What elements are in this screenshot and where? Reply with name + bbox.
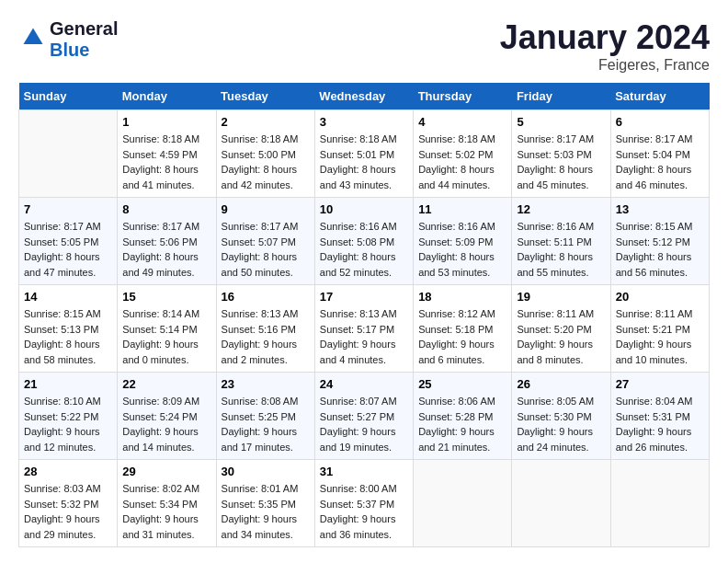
day-number: 2 (222, 115, 310, 129)
calendar-cell: 15Sunrise: 8:14 AMSunset: 5:14 PMDayligh… (118, 285, 216, 373)
location: Feigeres, France (500, 57, 710, 74)
day-info: Sunrise: 8:07 AMSunset: 5:27 PMDaylight:… (320, 394, 408, 454)
day-info: Sunrise: 8:08 AMSunset: 5:25 PMDaylight:… (222, 394, 310, 454)
calendar-cell: 20Sunrise: 8:11 AMSunset: 5:21 PMDayligh… (610, 285, 709, 373)
calendar-cell: 18Sunrise: 8:12 AMSunset: 5:18 PMDayligh… (414, 285, 512, 373)
day-number: 27 (616, 377, 704, 391)
calendar-cell (19, 110, 118, 198)
week-row-2: 7Sunrise: 8:17 AMSunset: 5:05 PMDaylight… (19, 198, 710, 285)
day-number: 4 (418, 115, 506, 129)
calendar-cell: 13Sunrise: 8:15 AMSunset: 5:12 PMDayligh… (610, 198, 709, 285)
calendar-cell: 6Sunrise: 8:17 AMSunset: 5:04 PMDaylight… (610, 110, 709, 198)
logo-text-line1: General (50, 18, 118, 40)
day-info: Sunrise: 8:11 AMSunset: 5:20 PMDaylight:… (517, 306, 605, 367)
calendar-cell: 5Sunrise: 8:17 AMSunset: 5:03 PMDaylight… (512, 110, 610, 198)
calendar-cell: 17Sunrise: 8:13 AMSunset: 5:17 PMDayligh… (314, 285, 413, 373)
header-friday: Friday (512, 83, 610, 110)
calendar-cell: 24Sunrise: 8:07 AMSunset: 5:27 PMDayligh… (314, 373, 413, 460)
day-number: 22 (122, 377, 210, 391)
logo-text-line2: Blue (50, 40, 118, 61)
calendar-cell: 21Sunrise: 8:10 AMSunset: 5:22 PMDayligh… (19, 373, 118, 460)
day-number: 7 (24, 202, 112, 216)
day-number: 21 (24, 377, 112, 391)
day-number: 13 (616, 202, 704, 216)
page-header: General Blue January 2024 Feigeres, Fran… (18, 18, 710, 74)
calendar-cell: 25Sunrise: 8:06 AMSunset: 5:28 PMDayligh… (414, 373, 512, 460)
day-info: Sunrise: 8:12 AMSunset: 5:18 PMDaylight:… (418, 306, 506, 367)
calendar-cell: 28Sunrise: 8:03 AMSunset: 5:32 PMDayligh… (19, 460, 118, 547)
calendar-cell: 8Sunrise: 8:17 AMSunset: 5:06 PMDaylight… (118, 198, 216, 285)
calendar-cell (414, 460, 512, 547)
day-number: 31 (320, 465, 408, 478)
calendar-cell (512, 460, 610, 547)
day-info: Sunrise: 8:13 AMSunset: 5:17 PMDaylight:… (320, 306, 408, 367)
week-row-3: 14Sunrise: 8:15 AMSunset: 5:13 PMDayligh… (19, 285, 710, 373)
day-number: 30 (222, 465, 310, 478)
day-info: Sunrise: 8:18 AMSunset: 5:02 PMDaylight:… (418, 132, 506, 192)
title-block: January 2024 Feigeres, France (500, 18, 710, 74)
day-info: Sunrise: 8:16 AMSunset: 5:09 PMDaylight:… (418, 219, 506, 280)
calendar-cell: 9Sunrise: 8:17 AMSunset: 5:07 PMDaylight… (216, 198, 314, 285)
month-title: January 2024 (500, 18, 710, 57)
day-info: Sunrise: 8:02 AMSunset: 5:34 PMDaylight:… (122, 481, 210, 542)
calendar-cell: 27Sunrise: 8:04 AMSunset: 5:31 PMDayligh… (610, 373, 709, 460)
day-number: 20 (616, 290, 704, 304)
calendar-cell: 7Sunrise: 8:17 AMSunset: 5:05 PMDaylight… (19, 198, 118, 285)
calendar-cell: 4Sunrise: 8:18 AMSunset: 5:02 PMDaylight… (414, 110, 512, 198)
calendar-cell: 23Sunrise: 8:08 AMSunset: 5:25 PMDayligh… (216, 373, 314, 460)
header-tuesday: Tuesday (216, 83, 314, 110)
calendar-cell: 26Sunrise: 8:05 AMSunset: 5:30 PMDayligh… (512, 373, 610, 460)
logo-icon (20, 25, 46, 51)
calendar-cell: 10Sunrise: 8:16 AMSunset: 5:08 PMDayligh… (314, 198, 413, 285)
day-number: 5 (517, 115, 605, 129)
header-thursday: Thursday (414, 83, 512, 110)
day-info: Sunrise: 8:16 AMSunset: 5:11 PMDaylight:… (517, 219, 605, 280)
calendar-cell: 12Sunrise: 8:16 AMSunset: 5:11 PMDayligh… (512, 198, 610, 285)
calendar-cell: 29Sunrise: 8:02 AMSunset: 5:34 PMDayligh… (118, 460, 216, 547)
day-info: Sunrise: 8:17 AMSunset: 5:04 PMDaylight:… (616, 132, 704, 192)
day-info: Sunrise: 8:17 AMSunset: 5:05 PMDaylight:… (24, 219, 112, 280)
week-row-5: 28Sunrise: 8:03 AMSunset: 5:32 PMDayligh… (19, 460, 710, 547)
calendar-header-row: SundayMondayTuesdayWednesdayThursdayFrid… (19, 83, 710, 110)
day-number: 18 (418, 290, 506, 304)
day-info: Sunrise: 8:00 AMSunset: 5:37 PMDaylight:… (320, 481, 408, 542)
day-number: 8 (122, 202, 210, 216)
day-info: Sunrise: 8:15 AMSunset: 5:13 PMDaylight:… (24, 306, 112, 367)
day-number: 28 (24, 465, 112, 478)
day-number: 14 (24, 290, 112, 304)
day-number: 17 (320, 290, 408, 304)
calendar-cell: 1Sunrise: 8:18 AMSunset: 4:59 PMDaylight… (118, 110, 216, 198)
day-number: 12 (517, 202, 605, 216)
calendar-cell: 11Sunrise: 8:16 AMSunset: 5:09 PMDayligh… (414, 198, 512, 285)
calendar-cell: 2Sunrise: 8:18 AMSunset: 5:00 PMDaylight… (216, 110, 314, 198)
day-number: 3 (320, 115, 408, 129)
week-row-1: 1Sunrise: 8:18 AMSunset: 4:59 PMDaylight… (19, 110, 710, 198)
header-monday: Monday (118, 83, 216, 110)
day-info: Sunrise: 8:09 AMSunset: 5:24 PMDaylight:… (122, 394, 210, 454)
day-info: Sunrise: 8:03 AMSunset: 5:32 PMDaylight:… (24, 481, 112, 542)
day-info: Sunrise: 8:05 AMSunset: 5:30 PMDaylight:… (517, 394, 605, 454)
day-number: 19 (517, 290, 605, 304)
day-info: Sunrise: 8:18 AMSunset: 5:00 PMDaylight:… (222, 132, 310, 192)
day-number: 1 (122, 115, 210, 129)
day-info: Sunrise: 8:17 AMSunset: 5:06 PMDaylight:… (122, 219, 210, 280)
day-number: 16 (222, 290, 310, 304)
day-info: Sunrise: 8:17 AMSunset: 5:07 PMDaylight:… (222, 219, 310, 280)
day-info: Sunrise: 8:17 AMSunset: 5:03 PMDaylight:… (517, 132, 605, 192)
day-number: 24 (320, 377, 408, 391)
day-number: 10 (320, 202, 408, 216)
day-info: Sunrise: 8:10 AMSunset: 5:22 PMDaylight:… (24, 394, 112, 454)
day-info: Sunrise: 8:04 AMSunset: 5:31 PMDaylight:… (616, 394, 704, 454)
calendar-cell (610, 460, 709, 547)
calendar-cell: 31Sunrise: 8:00 AMSunset: 5:37 PMDayligh… (314, 460, 413, 547)
calendar-table: SundayMondayTuesdayWednesdayThursdayFrid… (18, 83, 710, 547)
day-info: Sunrise: 8:16 AMSunset: 5:08 PMDaylight:… (320, 219, 408, 280)
day-info: Sunrise: 8:13 AMSunset: 5:16 PMDaylight:… (222, 306, 310, 367)
day-number: 6 (616, 115, 704, 129)
day-info: Sunrise: 8:11 AMSunset: 5:21 PMDaylight:… (616, 306, 704, 367)
day-number: 26 (517, 377, 605, 391)
day-number: 9 (222, 202, 310, 216)
day-info: Sunrise: 8:06 AMSunset: 5:28 PMDaylight:… (418, 394, 506, 454)
day-number: 23 (222, 377, 310, 391)
day-info: Sunrise: 8:14 AMSunset: 5:14 PMDaylight:… (122, 306, 210, 367)
